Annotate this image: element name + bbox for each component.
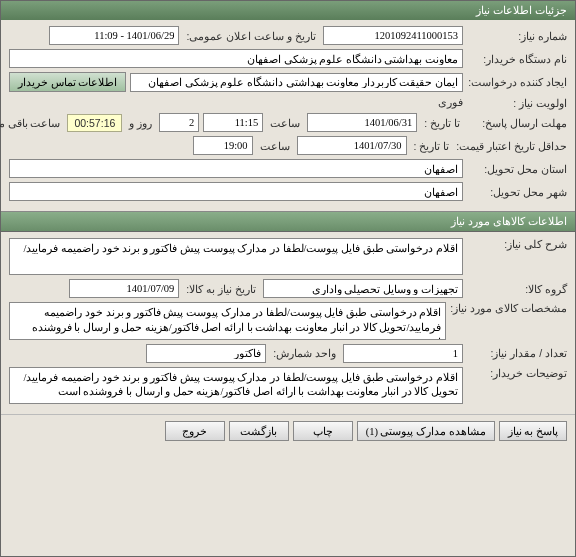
reply-button[interactable]: پاسخ به نیاز xyxy=(499,421,567,441)
priority-label: اولویت نیاز : xyxy=(467,97,567,109)
price-time-input[interactable] xyxy=(193,136,253,155)
time-label-2: ساعت xyxy=(257,140,293,152)
unit-input[interactable] xyxy=(146,344,266,363)
price-date-input[interactable] xyxy=(297,136,407,155)
countdown-timer: 00:57:16 xyxy=(67,114,122,132)
days-remaining-input[interactable] xyxy=(159,113,199,132)
province-label: استان محل تحویل: xyxy=(467,163,567,175)
group-label: گروه کالا: xyxy=(467,283,567,295)
attachments-button[interactable]: مشاهده مدارک پیوستی (1) xyxy=(357,421,495,441)
need-no-input[interactable] xyxy=(323,26,463,45)
deadline-label: مهلت ارسال پاسخ: xyxy=(467,117,567,129)
deadline-date-input[interactable] xyxy=(307,113,417,132)
need-desc-textarea[interactable] xyxy=(9,238,463,275)
province-input[interactable] xyxy=(9,159,463,178)
spec-label: مشخصات کالای مورد نیاز: xyxy=(450,302,567,314)
to-date-label-2: تا تاریخ : xyxy=(411,140,453,152)
need-by-input[interactable] xyxy=(69,279,179,298)
announce-input[interactable] xyxy=(49,26,179,45)
need-desc-label: شرح کلی نیاز: xyxy=(467,238,567,250)
contact-buyer-button[interactable]: اطلاعات تماس خریدار xyxy=(9,72,126,92)
group-input[interactable] xyxy=(263,279,463,298)
qty-label: تعداد / مقدار نیاز: xyxy=(467,347,567,359)
unit-label: واحد شمارش: xyxy=(270,347,339,359)
goods-section-header: اطلاعات کالاهای مورد نیاز xyxy=(1,211,575,232)
goods-header-text: اطلاعات کالاهای مورد نیاز xyxy=(451,215,567,227)
creator-input[interactable] xyxy=(130,73,463,92)
remaining-label: ساعت باقی مانده xyxy=(0,117,63,129)
days-and-label: روز و xyxy=(126,117,155,129)
exit-button[interactable]: خروج xyxy=(165,421,225,441)
priority-value: فوری xyxy=(438,96,463,109)
main-window: جزئیات اطلاعات نیاز شماره نیاز: تاریخ و … xyxy=(0,0,576,557)
announce-label: تاریخ و ساعت اعلان عمومی: xyxy=(183,30,319,42)
qty-input[interactable] xyxy=(343,344,463,363)
buyer-notes-label: توضیحات خریدار: xyxy=(467,367,567,379)
window-titlebar: جزئیات اطلاعات نیاز xyxy=(1,1,575,20)
buyer-label: نام دستگاه خریدار: xyxy=(467,53,567,65)
to-date-label: تا تاریخ : xyxy=(421,117,463,129)
creator-label: ایجاد کننده درخواست: xyxy=(467,76,567,88)
goods-form: شرح کلی نیاز: گروه کالا: تاریخ نیاز به ک… xyxy=(1,232,575,414)
need-by-label: تاریخ نیاز به کالا: xyxy=(183,283,259,295)
footer-toolbar: پاسخ به نیاز مشاهده مدارک پیوستی (1) چاپ… xyxy=(1,414,575,447)
print-button[interactable]: چاپ xyxy=(293,421,353,441)
top-form: شماره نیاز: تاریخ و ساعت اعلان عمومی: نا… xyxy=(1,20,575,211)
time-label-1: ساعت xyxy=(267,117,303,129)
city-label: شهر محل تحویل: xyxy=(467,186,567,198)
window-title: جزئیات اطلاعات نیاز xyxy=(476,4,567,16)
buyer-notes-textarea[interactable] xyxy=(9,367,463,404)
spec-textarea[interactable] xyxy=(9,302,446,339)
need-no-label: شماره نیاز: xyxy=(467,30,567,42)
buyer-input[interactable] xyxy=(9,49,463,68)
price-validity-label: حداقل تاریخ اعتبار قیمت: xyxy=(456,140,567,152)
deadline-time-input[interactable] xyxy=(203,113,263,132)
city-input[interactable] xyxy=(9,182,463,201)
back-button[interactable]: بازگشت xyxy=(229,421,289,441)
